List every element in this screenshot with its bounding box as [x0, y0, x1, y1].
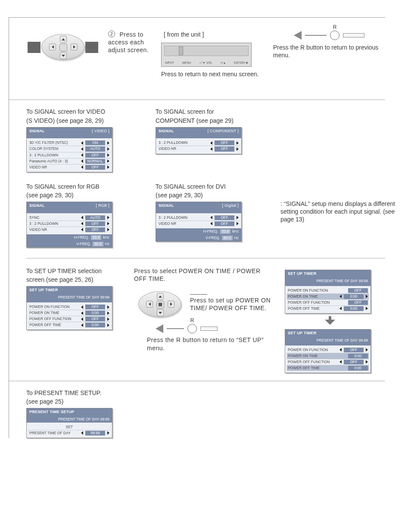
osd-setup-timer-b: SET UP TIMER PRESENT TIME OF DAY 99:99 P… — [285, 329, 371, 373]
arrow-left-icon — [210, 141, 213, 145]
dpad-down-button[interactable] — [157, 309, 164, 316]
dpad-up-button[interactable] — [157, 293, 164, 300]
osd-row: 3 : 2 PULLDOWNOFF — [158, 140, 240, 146]
panel-label: +/▲ — [220, 61, 226, 65]
osd-row-label: 3 : 2 PULLDOWN — [29, 221, 79, 226]
arrow-right-icon — [236, 147, 239, 151]
osd-row-value: OFF — [215, 221, 234, 226]
arrow-right-icon — [107, 221, 109, 226]
signal-note: : “SIGNAL” setup menu displays a differe… — [280, 200, 397, 224]
osd-row: COLOR SYSTEMAUTO — [28, 146, 110, 152]
osd-row-label: 3 : 2 PULLDOWN — [159, 215, 209, 220]
osd-signal-component: SIGNAL[ COMPONENT ] 3 : 2 PULLDOWNOFFVID… — [156, 127, 242, 154]
osd-row-value: OFF — [85, 221, 105, 226]
osd-row: SYNCAUTO — [28, 215, 110, 221]
osd-row-label: 3D Y/C FILTER (NTSC) — [29, 140, 79, 145]
osd-row: POWER ON TIME0:00 — [28, 310, 110, 316]
arrow-left-icon — [81, 165, 84, 169]
osd-row: VIDEO NROFF — [158, 146, 240, 152]
arrow-right-icon — [107, 147, 109, 151]
osd-row-value: 0:00 — [85, 311, 105, 315]
arrow-right-icon — [365, 294, 368, 299]
arrow-left-icon — [81, 227, 84, 232]
arrow-right-icon — [365, 306, 368, 311]
osd-signal-dvi: SIGNAL[ Digital ] 3 : 2 PULLDOWNOFFVIDEO… — [156, 202, 242, 242]
present-time-title2: (see page 25) — [26, 398, 385, 405]
dpad-left-button[interactable] — [146, 301, 153, 308]
osd-row-label: POWER ON FUNCTION — [288, 348, 338, 352]
dpad-center-button[interactable] — [156, 301, 164, 308]
arrow-right-icon — [365, 360, 368, 364]
osd-row-value: 0:00 — [85, 323, 105, 327]
osd-row-label: POWER OFF FUNCTION — [288, 300, 346, 305]
osd-row: VIDEO NROFF — [28, 227, 110, 233]
osd-row-label: 3 : 2 PULLDOWN — [29, 153, 79, 158]
osd-row: 3D Y/C FILTER (NTSC)ON — [28, 140, 110, 146]
from-unit-heading: [ from the unit ] — [164, 31, 265, 38]
r-label: R — [188, 317, 196, 324]
down-arrow-icon — [325, 316, 335, 327]
r-label: R — [330, 24, 339, 31]
osd-row-value: OFF — [85, 153, 105, 158]
osd-row: POWER OFF TIME0:00 — [287, 306, 369, 311]
osd-row-value: 0:00 — [344, 306, 364, 311]
dpad-center-button[interactable] — [59, 44, 67, 51]
osd-row-label: POWER ON TIME — [288, 294, 338, 299]
dpad-up-button[interactable] — [60, 36, 67, 43]
timer-mid-caption1: Press to select POWER ON TIME / POWER OF… — [134, 267, 272, 283]
osd-row-label: POWER ON TIME — [29, 311, 79, 315]
dpad-down-button[interactable] — [60, 52, 67, 59]
osd-row-value: ON — [85, 140, 105, 145]
osd-row-value: OFF — [344, 348, 364, 352]
arrow-left-icon — [339, 306, 342, 311]
arrow-right-icon — [107, 305, 109, 309]
osd-row-value: OFF — [215, 140, 234, 145]
panel-label: ENTER/ ■ — [234, 61, 248, 65]
osd-row: POWER ON TIME0:00 — [287, 294, 369, 300]
arrow-right-icon — [107, 165, 109, 169]
signal-dvi-title2: (see page 29, 30) — [156, 191, 268, 199]
osd-row: VIDEO NROFF — [158, 221, 240, 227]
osd-row: 3 : 2 PULLDOWNOFF — [158, 215, 240, 221]
osd-row-value: 0:00 — [348, 366, 368, 370]
arrow-left-icon — [210, 147, 213, 151]
osd-row-value: OFF — [85, 317, 105, 321]
panel-label: –/ ▼ VOL — [199, 61, 212, 65]
osd-info-row: H-FREQ.33.8kHz — [156, 228, 241, 235]
osd-row: 3 : 2 PULLDOWNOFF — [28, 221, 110, 227]
dpad-right-button[interactable] — [71, 44, 78, 50]
arrow-left-icon — [81, 431, 84, 435]
panel-label: MENU — [182, 61, 191, 65]
osd-row: POWER OFF FUNCTIONOFF — [28, 316, 110, 322]
arrow-right-icon — [107, 227, 109, 232]
osd-row-value: OFF — [344, 360, 364, 364]
osd-row-value: OFF — [85, 227, 105, 232]
osd-row-label: 3 : 2 PULLDOWN — [159, 140, 209, 145]
osd-row-value: OFF — [348, 288, 368, 293]
arrow-right-icon — [365, 348, 368, 352]
osd-row-value: NORMAL — [85, 159, 105, 164]
osd-row-label: VIDEO NR — [159, 146, 209, 151]
osd-row-value: 0:00 — [344, 294, 364, 299]
r-button-graphic: R — [273, 31, 385, 40]
timer-r-caption: Press the R button to return to “SET UP”… — [147, 336, 272, 352]
osd-row-label: POWER ON FUNCTION — [288, 288, 346, 293]
osd-info-row: H-FREQ.33.8kHz — [27, 234, 112, 241]
arrow-left-icon — [339, 360, 342, 364]
arrow-left-icon — [339, 348, 342, 352]
arrow-left-icon — [339, 294, 342, 299]
arrow-right-icon — [107, 153, 109, 157]
arrow-left-icon — [81, 141, 84, 145]
dpad-right-button[interactable] — [168, 301, 174, 308]
osd-row: POWER ON FUNCTIONOFF — [287, 288, 369, 294]
timer-sel-title1: To SET UP TIMER selection — [26, 267, 121, 275]
arrow-left-icon — [210, 215, 213, 220]
osd-row-label: POWER ON FUNCTION — [29, 305, 79, 309]
signal-rgb-title2: (see page 29, 30) — [26, 191, 138, 199]
osd-row-label: VIDEO NR — [159, 221, 209, 226]
arrow-right-icon — [107, 311, 109, 315]
arrow-left-icon — [81, 323, 84, 327]
dpad-left-button[interactable] — [49, 44, 56, 50]
osd-row-value: 0:00 — [348, 354, 368, 358]
osd-row: POWER OFF FUNCTIONOFF — [287, 300, 369, 306]
